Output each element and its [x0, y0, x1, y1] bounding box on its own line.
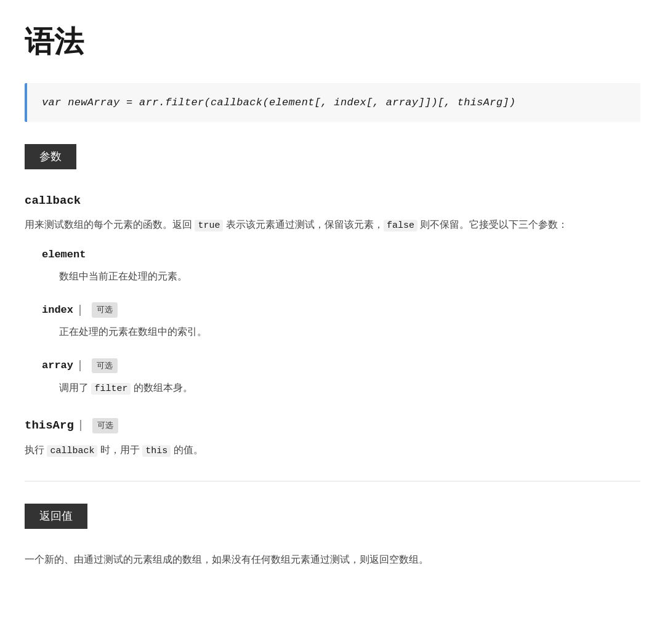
param-element-name: element: [42, 246, 640, 263]
param-index-name: index 可选: [42, 302, 640, 318]
params-section-header: 参数: [25, 144, 76, 169]
page-title: 语法: [25, 18, 640, 66]
return-section: 返回值 一个新的、由通过测试的元素组成的数组，如果没有任何数组元素通过测试，则返…: [25, 504, 640, 568]
optional-separator-array: [79, 360, 81, 371]
optional-separator: [79, 305, 81, 316]
param-array-desc: 调用了 filter 的数组本身。: [59, 379, 640, 397]
param-callback-desc: 用来测试数组的每个元素的函数。返回 true 表示该元素通过测试，保留该元素，f…: [25, 216, 640, 234]
syntax-code: var newArray = arr.filter(callback(eleme…: [42, 97, 516, 108]
param-array: array 可选 调用了 filter 的数组本身。: [42, 357, 640, 396]
param-thisarg-name: thisArg 可选: [25, 416, 640, 435]
param-index-desc: 正在处理的元素在数组中的索引。: [59, 323, 640, 340]
params-section: 参数 callback 用来测试数组的每个元素的函数。返回 true 表示该元素…: [25, 144, 640, 459]
param-index-optional-badge: 可选: [92, 302, 118, 318]
param-thisarg: thisArg 可选 执行 callback 时，用于 this 的值。: [25, 416, 640, 459]
sub-params: element 数组中当前正在处理的元素。 index 可选 正在处理的元素在数…: [42, 246, 640, 396]
optional-separator-thisarg: [80, 420, 81, 431]
param-element-desc: 数组中当前正在处理的元素。: [59, 268, 640, 284]
param-thisarg-desc: 执行 callback 时，用于 this 的值。: [25, 441, 640, 459]
param-element: element 数组中当前正在处理的元素。: [42, 246, 640, 284]
param-array-optional-badge: 可选: [92, 358, 118, 374]
syntax-box: var newArray = arr.filter(callback(eleme…: [25, 83, 640, 122]
param-callback-name: callback: [25, 191, 640, 210]
param-array-name: array 可选: [42, 357, 640, 374]
return-section-header: 返回值: [25, 504, 87, 529]
section-divider: [25, 481, 640, 481]
return-desc: 一个新的、由通过测试的元素组成的数组，如果没有任何数组元素通过测试，则返回空数组…: [25, 551, 640, 568]
param-callback: callback 用来测试数组的每个元素的函数。返回 true 表示该元素通过测…: [25, 191, 640, 396]
param-thisarg-optional-badge: 可选: [92, 418, 118, 433]
param-index: index 可选 正在处理的元素在数组中的索引。: [42, 302, 640, 340]
